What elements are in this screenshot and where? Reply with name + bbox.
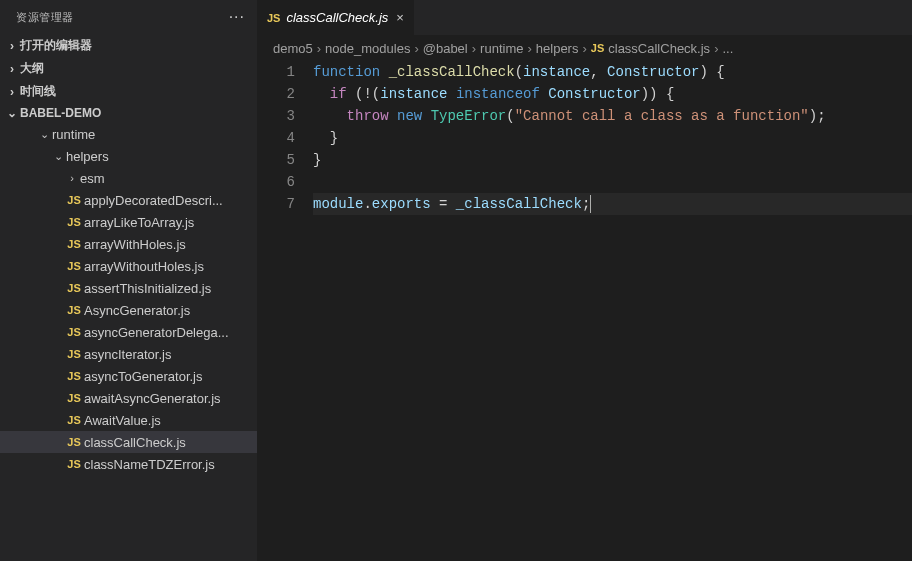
close-icon[interactable]: × [396,10,404,25]
chevron-right-icon: › [472,41,476,56]
chevron-down-icon: ⌄ [50,150,66,163]
js-icon: JS [64,216,84,228]
tree-file[interactable]: JSasyncIterator.js [0,343,257,365]
text-cursor [590,195,591,213]
sidebar: 资源管理器 ··· › 打开的编辑器 › 大纲 › 时间线 ⌄ BABEL-DE… [0,0,257,561]
js-icon: JS [64,282,84,294]
chevron-right-icon: › [714,41,718,56]
chevron-right-icon: › [64,172,80,184]
file-label: classCallCheck.js [84,435,186,450]
file-label: arrayWithHoles.js [84,237,186,252]
chevron-down-icon: ⌄ [4,106,20,120]
breadcrumb-part[interactable]: node_modules [325,41,410,56]
js-icon: JS [64,238,84,250]
file-label: arrayWithoutHoles.js [84,259,204,274]
code-line: function _classCallCheck(instance, Const… [313,61,912,83]
js-icon: JS [64,392,84,404]
chevron-right-icon: › [4,62,20,76]
tab-classcallcheck[interactable]: JS classCallCheck.js × [257,0,415,35]
tree-file[interactable]: JSarrayWithoutHoles.js [0,255,257,277]
breadcrumb-part[interactable]: runtime [480,41,523,56]
js-icon: JS [64,326,84,338]
more-icon[interactable]: ··· [229,8,245,26]
chevron-right-icon: › [582,41,586,56]
code-line: module.exports = _classCallCheck; [313,193,912,215]
js-icon: JS [64,458,84,470]
tree-folder-runtime[interactable]: ⌄ runtime [0,123,257,145]
tree-folder-helpers[interactable]: ⌄ helpers [0,145,257,167]
file-label: asyncGeneratorDelega... [84,325,229,340]
folder-label: runtime [52,127,95,142]
tree-file[interactable]: JSclassCallCheck.js [0,431,257,453]
breadcrumb-part[interactable]: demo5 [273,41,313,56]
tree-file[interactable]: JSarrayLikeToArray.js [0,211,257,233]
breadcrumb-part[interactable]: helpers [536,41,579,56]
js-icon: JS [64,348,84,360]
open-editors-label: 打开的编辑器 [20,37,92,54]
sidebar-header: 资源管理器 ··· [0,0,257,34]
code-editor[interactable]: 1234567 function _classCallCheck(instanc… [257,61,912,561]
explorer-title: 资源管理器 [16,10,74,25]
file-label: asyncIterator.js [84,347,171,362]
chevron-down-icon: ⌄ [36,128,52,141]
code-content[interactable]: function _classCallCheck(instance, Const… [313,61,912,561]
breadcrumb[interactable]: demo5› node_modules› @babel› runtime› he… [257,35,912,61]
js-icon: JS [64,260,84,272]
chevron-right-icon: › [317,41,321,56]
breadcrumb-file[interactable]: classCallCheck.js [608,41,710,56]
outline-label: 大纲 [20,60,44,77]
chevron-right-icon: › [4,85,20,99]
file-label: asyncToGenerator.js [84,369,203,384]
folder-label: esm [80,171,105,186]
file-tree: ⌄ runtime ⌄ helpers › esm JSapplyDecorat… [0,123,257,561]
js-icon: JS [64,370,84,382]
js-icon: JS [64,194,84,206]
js-icon: JS [267,12,280,24]
tree-file[interactable]: JSarrayWithHoles.js [0,233,257,255]
timeline-label: 时间线 [20,83,56,100]
file-label: arrayLikeToArray.js [84,215,194,230]
file-label: applyDecoratedDescri... [84,193,223,208]
chevron-right-icon: › [414,41,418,56]
code-line: if (!(instance instanceof Constructor)) … [313,83,912,105]
tree-file[interactable]: JSassertThisInitialized.js [0,277,257,299]
breadcrumb-part[interactable]: @babel [423,41,468,56]
timeline-section[interactable]: › 时间线 [0,80,257,103]
tree-file[interactable]: JSclassNameTDZError.js [0,453,257,475]
chevron-right-icon: › [527,41,531,56]
tree-file[interactable]: JSapplyDecoratedDescri... [0,189,257,211]
folder-label: helpers [66,149,109,164]
code-line: throw new TypeError("Cannot call a class… [313,105,912,127]
code-line [313,171,912,193]
chevron-right-icon: › [4,39,20,53]
tree-file[interactable]: JSasyncToGenerator.js [0,365,257,387]
tree-file[interactable]: JSawaitAsyncGenerator.js [0,387,257,409]
tree-file[interactable]: JSAwaitValue.js [0,409,257,431]
js-icon: JS [591,42,604,54]
file-label: AsyncGenerator.js [84,303,190,318]
tree-file[interactable]: JSAsyncGenerator.js [0,299,257,321]
editor-pane: JS classCallCheck.js × demo5› node_modul… [257,0,912,561]
file-label: awaitAsyncGenerator.js [84,391,221,406]
project-label: BABEL-DEMO [20,106,101,120]
tabs-bar: JS classCallCheck.js × [257,0,912,35]
file-label: assertThisInitialized.js [84,281,211,296]
file-label: AwaitValue.js [84,413,161,428]
open-editors-section[interactable]: › 打开的编辑器 [0,34,257,57]
file-label: classNameTDZError.js [84,457,215,472]
project-section[interactable]: ⌄ BABEL-DEMO [0,103,257,123]
tree-folder-esm[interactable]: › esm [0,167,257,189]
js-icon: JS [64,414,84,426]
breadcrumb-more[interactable]: ... [722,41,733,56]
js-icon: JS [64,304,84,316]
js-icon: JS [64,436,84,448]
tab-label: classCallCheck.js [286,10,388,25]
code-line: } [313,127,912,149]
outline-section[interactable]: › 大纲 [0,57,257,80]
line-gutter: 1234567 [257,61,313,561]
code-line: } [313,149,912,171]
tree-file[interactable]: JSasyncGeneratorDelega... [0,321,257,343]
